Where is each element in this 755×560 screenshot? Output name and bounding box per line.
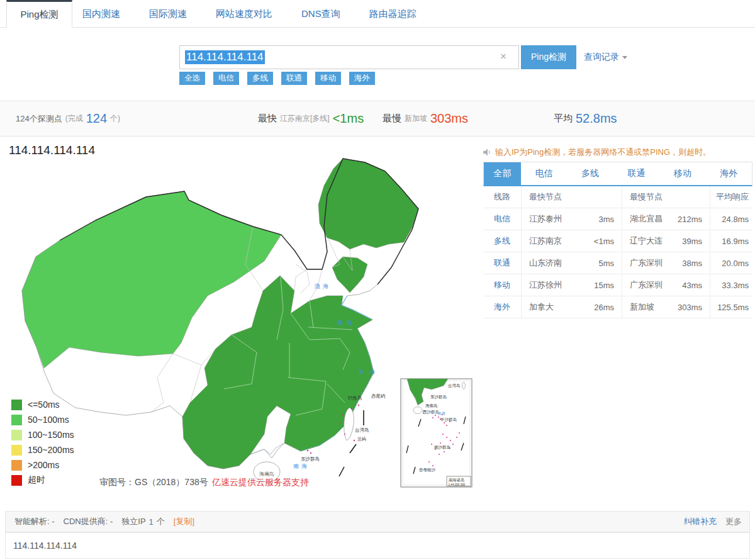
cell-slow-ms: 43ms xyxy=(682,281,702,290)
sea-label-yellowsea: 黄海 xyxy=(337,320,356,326)
inset-label-zhongsha: 中沙群岛 xyxy=(440,417,457,422)
cell-slow-node: 辽宁大连 xyxy=(630,235,663,247)
cell-slow-node: 新加坡 xyxy=(630,301,654,313)
tab-ping-test-label: Ping检测 xyxy=(20,9,58,21)
table-row: 海外 加拿大26ms 新加坡303ms 125.5ms xyxy=(483,296,752,318)
cell-fast-node: 加拿大 xyxy=(529,301,554,313)
tab-international-speed[interactable]: 国际测速 xyxy=(149,8,187,20)
inset-sea-label-1: 南海 xyxy=(438,412,445,415)
speaker-icon xyxy=(483,148,491,156)
summary-stats-bar: 124个探测点 (完成 124 个) 最快 江苏南京[多线] <1ms 最慢 新… xyxy=(0,101,755,137)
legend-item: 150~200ms xyxy=(11,442,74,457)
filter-unicom[interactable]: 联通 xyxy=(281,72,307,85)
line-filter-chips: 全选 电信 多线 联通 移动 海外 xyxy=(179,72,375,85)
resolved-ip-box: 114.114.114.114 xyxy=(5,532,750,559)
cell-slow-node: 广东深圳 xyxy=(630,279,663,291)
inset-label-zengmu: 曾母暗沙 xyxy=(419,468,436,473)
fastest-value: <1ms xyxy=(333,111,364,126)
legend-label: 100~150ms xyxy=(28,430,74,440)
filter-multiline[interactable]: 多线 xyxy=(247,72,273,85)
result-tab-all[interactable]: 全部 xyxy=(484,162,521,185)
southsea-inset: 台湾岛 东沙群岛 海南岛 西沙群岛 中沙群岛 南沙群岛 曾母暗沙 南海 南海诸岛… xyxy=(401,379,472,487)
cell-avg: 20.0ms xyxy=(710,259,752,268)
caret-down-icon xyxy=(622,56,627,59)
cell-fast-ms: 15ms xyxy=(594,281,614,290)
tab-ping-test[interactable]: Ping检测 xyxy=(6,0,72,28)
ping-target-input[interactable]: 114.114.114.114 xyxy=(179,45,519,69)
inset-title: 南海诸岛 xyxy=(449,478,464,483)
ping-test-button-label: Ping检测 xyxy=(531,52,566,63)
legend-swatch xyxy=(11,460,22,471)
legend-swatch xyxy=(11,445,22,456)
col-header-slowest-label: 最慢节点 xyxy=(630,191,663,203)
legend-label: >200ms xyxy=(28,460,59,470)
inset-label-dongsha: 东沙群岛 xyxy=(430,395,447,400)
label-chiwei: 赤尾屿 xyxy=(371,393,386,399)
table-header-row: 线路 最快节点 最慢节点 平均响应 xyxy=(483,186,752,208)
map-approval-number: 审图号：GS（2018）738号 xyxy=(99,477,208,488)
legend-item: >200ms xyxy=(11,457,74,473)
label-diaoyu: 钓鱼岛 xyxy=(347,395,362,401)
cell-slow-node: 湖北宜昌 xyxy=(630,213,663,225)
cell-line: 多线 xyxy=(483,230,522,252)
legend-item: 50~100ms xyxy=(11,412,74,427)
latency-legend: <=50ms 50~100ms 100~150ms 150~200ms >200… xyxy=(11,397,74,488)
result-summary-table: 线路 最快节点 最慢节点 平均响应 电信 江苏泰州3ms 湖北宜昌212ms 2… xyxy=(483,186,752,318)
top-tabs: 国内测速 国际测速 网站速度对比 DNS查询 路由器追踪 xyxy=(82,0,417,28)
label-lanyu: 兰屿 xyxy=(357,436,366,441)
legend-item: 100~150ms xyxy=(11,427,74,442)
col-header-slowest: 最慢节点 xyxy=(622,186,710,208)
top-tab-bar: Ping检测 国内测速 国际测速 网站速度对比 DNS查询 路由器追踪 xyxy=(0,0,755,28)
cell-avg: 33.3ms xyxy=(710,281,752,290)
filter-overseas[interactable]: 海外 xyxy=(349,72,375,85)
col-header-line: 线路 xyxy=(483,186,522,208)
slowest-stat: 最慢 新加坡 303ms xyxy=(383,101,468,136)
table-row: 联通 山东济南5ms 广东深圳38ms 20.0ms xyxy=(483,252,752,274)
copy-link[interactable]: [复制] xyxy=(174,516,194,527)
inset-scale: 1:44 000 000 xyxy=(449,483,466,486)
legend-swatch xyxy=(11,415,22,425)
cell-fast-node: 江苏泰州 xyxy=(529,213,562,225)
cell-fast-node: 江苏南京 xyxy=(529,235,562,247)
result-tab-overseas[interactable]: 海外 xyxy=(706,162,752,185)
tab-domestic-speed[interactable]: 国内测速 xyxy=(82,8,120,20)
result-tab-multiline[interactable]: 多线 xyxy=(567,162,613,185)
query-history-dropdown[interactable]: 查询记录 xyxy=(584,52,627,63)
legend-label: 超时 xyxy=(28,474,45,486)
tab-dns-query[interactable]: DNS查询 xyxy=(301,8,340,20)
cell-fast-node: 山东济南 xyxy=(529,257,562,269)
sea-label-bohai: 渤海 xyxy=(314,283,331,289)
query-history-label: 查询记录 xyxy=(584,52,619,63)
result-tab-telecom[interactable]: 电信 xyxy=(521,162,567,185)
legend-item: 超时 xyxy=(11,473,74,488)
cell-fast-ms: <1ms xyxy=(594,237,614,246)
fastest-label: 最快 xyxy=(258,113,277,125)
inset-label-taiwan: 台湾岛 xyxy=(448,383,461,388)
legend-swatch xyxy=(11,475,22,486)
filter-telecom[interactable]: 电信 xyxy=(213,72,239,85)
result-tab-unicom[interactable]: 联通 xyxy=(613,162,659,185)
cell-avg: 24.8ms xyxy=(710,215,752,224)
filter-mobile[interactable]: 移动 xyxy=(315,72,341,85)
done-prefix: (完成 xyxy=(65,113,83,124)
more-link[interactable]: 更多 xyxy=(725,516,742,527)
input-selected-text: 114.114.114.114 xyxy=(185,50,265,64)
clear-icon[interactable]: × xyxy=(500,50,506,63)
cell-line: 电信 xyxy=(483,208,522,230)
ping-tip-text: 输入IP为Ping检测，若服务器网络不通或禁PING，则超时。 xyxy=(495,147,711,158)
correction-link[interactable]: 纠错补充 xyxy=(684,516,717,527)
filter-select-all[interactable]: 全选 xyxy=(179,72,205,85)
cell-fast-node: 江苏徐州 xyxy=(529,279,562,291)
ping-test-button[interactable]: Ping检测 xyxy=(521,45,576,69)
tab-route-trace[interactable]: 路由器追踪 xyxy=(369,8,417,20)
map-sponsor-link[interactable]: 亿速云提供云服务器支持 xyxy=(212,477,309,488)
cell-line: 联通 xyxy=(483,252,522,274)
label-hainan: 海南岛 xyxy=(259,471,274,477)
legend-label: 50~100ms xyxy=(28,415,69,425)
result-tab-mobile[interactable]: 移动 xyxy=(659,162,705,185)
region-heilongjiang xyxy=(318,159,418,249)
cell-avg: 16.9ms xyxy=(710,237,752,246)
tab-site-speed-compare[interactable]: 网站速度对比 xyxy=(216,8,272,20)
col-header-avg: 平均响应 xyxy=(710,191,752,203)
cell-fast-ms: 26ms xyxy=(594,303,614,312)
